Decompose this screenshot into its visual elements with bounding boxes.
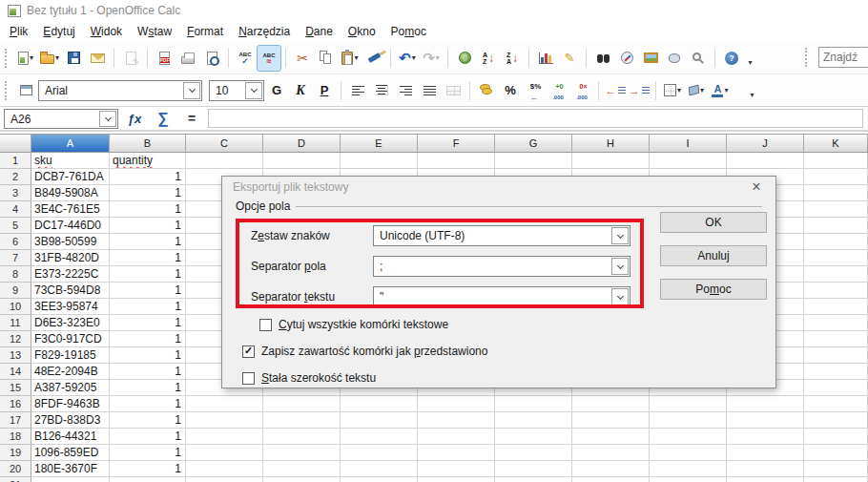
menu-item[interactable]: Wstaw [130,23,179,40]
cell[interactable] [804,364,868,380]
function-button[interactable]: = [179,108,204,129]
cell-sku[interactable]: B849-5908A [31,185,110,201]
cell[interactable] [650,153,727,169]
align-center-button[interactable] [370,78,393,103]
align-right-button[interactable] [394,78,417,103]
column-header[interactable]: E [341,135,418,153]
cell[interactable] [186,396,263,412]
cell[interactable] [804,153,868,169]
row-header[interactable]: 18 [0,429,31,445]
cell[interactable] [572,461,650,477]
underline-button[interactable]: P [313,78,336,103]
cell-quantity[interactable]: 1 [110,331,186,347]
save-button[interactable] [62,46,85,71]
toolbar-grip[interactable] [805,48,810,67]
toolbar-grip[interactable] [5,81,10,100]
cell[interactable] [418,477,495,482]
cell[interactable] [341,429,418,445]
cell[interactable] [263,412,341,429]
row-header[interactable]: 15 [0,380,31,396]
row-header[interactable]: 14 [0,364,31,380]
combo-box[interactable]: Unicode (UTF-8) [373,225,630,246]
cell[interactable] [804,331,868,347]
cell[interactable] [804,380,868,396]
cell[interactable] [804,185,868,201]
percent-format-button[interactable]: % [499,78,522,103]
menu-item[interactable]: Edytuj [35,23,82,40]
cell-quantity[interactable]: 1 [110,185,186,201]
cell[interactable] [804,234,868,250]
row-header[interactable]: 12 [0,331,31,347]
cell-quantity[interactable]: 1 [110,412,186,429]
column-header[interactable]: I [650,135,727,153]
cell[interactable] [495,153,572,169]
cell[interactable] [804,299,868,315]
cell[interactable] [804,461,868,477]
italic-button[interactable]: K [289,78,312,103]
cell-sku[interactable]: DCB7-761DA [31,169,110,185]
menu-item[interactable]: Narzędzia [231,23,298,40]
cell-quantity[interactable]: 1 [110,380,186,396]
chevron-down-icon[interactable] [183,82,200,99]
row-header[interactable]: 3 [0,185,31,201]
combo-box[interactable]: " [373,286,630,307]
cell-sku[interactable]: A387-59205 [31,380,110,396]
cell-sku[interactable]: 48E2-2094B [31,364,110,380]
paste-button[interactable]: ▾ [339,46,362,71]
chevron-down-icon[interactable] [99,111,116,127]
cell[interactable] [186,445,263,461]
cell-quantity[interactable]: 1 [110,250,186,266]
cell[interactable] [263,153,341,169]
spellcheck-button[interactable]: ABC✓ [234,46,257,71]
cell-sku[interactable]: DC17-446D0 [31,218,110,234]
cell-sku[interactable]: E373-2225C [31,266,110,283]
cell[interactable] [418,461,495,477]
cell[interactable] [804,250,868,266]
cell-sku[interactable]: 3E4C-761E5 [31,201,110,218]
cell[interactable] [418,396,495,412]
row-header[interactable]: 9 [0,283,31,299]
menu-item[interactable]: Widok [83,23,130,40]
help-button[interactable]: ? [720,46,743,71]
cell-sku[interactable]: F829-19185 [31,347,110,364]
close-icon[interactable]: × [747,178,766,196]
row-header[interactable]: 20 [0,461,31,477]
dialog-button[interactable]: Anuluj [660,245,767,266]
autospellcheck-button[interactable]: ABC≈ [258,46,280,71]
cell[interactable] [263,461,341,477]
cell[interactable] [495,461,572,477]
row-header[interactable]: 1 [0,153,31,169]
cell[interactable] [572,477,650,482]
column-header[interactable]: B [110,135,186,153]
chevron-down-icon[interactable] [245,82,262,99]
cell[interactable] [341,461,418,477]
cell[interactable] [418,429,495,445]
row-header[interactable]: 6 [0,234,31,250]
row-header[interactable]: 10 [0,299,31,315]
export-pdf-button[interactable]: PDF [153,46,176,71]
checkbox[interactable] [259,319,272,331]
print-button[interactable] [176,46,199,71]
cell[interactable] [804,315,868,331]
column-header[interactable]: A [31,135,110,153]
add-decimal-button[interactable]: +0.000 [547,78,569,103]
cell[interactable] [341,153,418,169]
cell[interactable] [804,266,868,283]
formula-input[interactable] [208,109,863,128]
cell[interactable] [263,429,341,445]
menu-item[interactable]: Dane [298,23,341,40]
menu-item[interactable]: Okno [341,23,383,40]
cell[interactable] [341,477,418,482]
column-header[interactable]: D [263,135,341,153]
cell[interactable] [650,429,727,445]
cell[interactable] [572,412,650,429]
cell-quantity[interactable]: 1 [110,396,186,412]
dialog-button[interactable]: Pomoc [660,279,767,300]
cell[interactable] [572,153,650,169]
insert-chart-button[interactable] [534,46,557,71]
sort-ascending-button[interactable]: AZ↓ [477,46,500,71]
column-header[interactable]: F [418,135,495,153]
checkbox-row[interactable]: Stała szerokość tekstu [242,367,487,388]
align-justify-button[interactable] [418,78,441,103]
zoom-button[interactable] [687,46,710,71]
